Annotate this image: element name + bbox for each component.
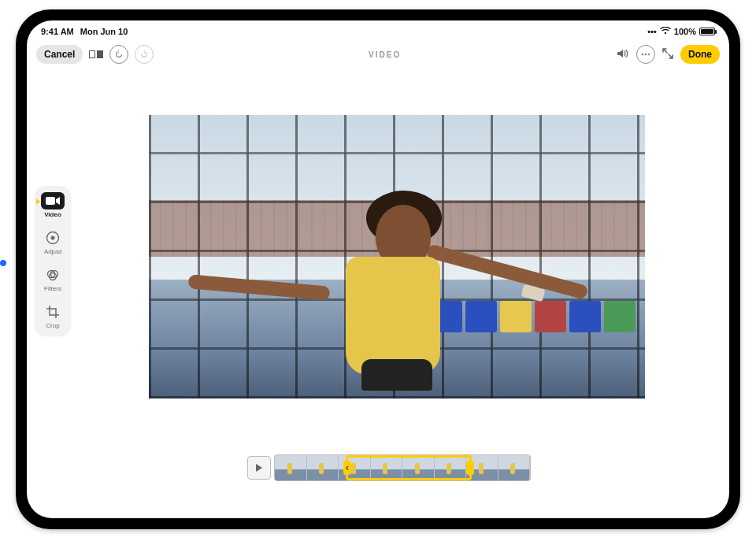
- timeline-thumb: [371, 455, 403, 480]
- redo-button[interactable]: [135, 45, 154, 64]
- video-camera-icon: [41, 192, 65, 209]
- timeline-thumb: [498, 455, 531, 480]
- sidebar-item-label: Adjust: [44, 248, 61, 255]
- timeline-thumb: [402, 455, 435, 480]
- sidebar-item-label: Video: [44, 211, 61, 218]
- timeline-thumb: [339, 455, 371, 480]
- svg-point-1: [645, 54, 647, 56]
- aspect-ratio-icon[interactable]: [89, 50, 103, 58]
- status-date: Mon Jun 10: [80, 27, 128, 36]
- sidebar-item-label: Crop: [46, 322, 59, 329]
- svg-point-2: [648, 54, 650, 56]
- timeline-thumb: [275, 455, 307, 480]
- active-indicator-icon: [36, 198, 40, 205]
- play-button[interactable]: [247, 456, 271, 480]
- sidebar-item-video[interactable]: Video: [41, 192, 65, 218]
- fullscreen-button[interactable]: [662, 47, 674, 62]
- timeline-thumb: [435, 455, 467, 480]
- status-time: 9:41 AM: [41, 27, 74, 36]
- edit-mode-sidebar: Video Adjust Filters Crop: [35, 186, 71, 336]
- video-timeline: ‹ ›: [247, 454, 531, 482]
- edge-indicator: [0, 260, 6, 266]
- svg-point-8: [50, 273, 57, 280]
- svg-point-5: [51, 236, 55, 240]
- sidebar-item-adjust[interactable]: Adjust: [41, 229, 65, 255]
- svg-point-0: [642, 54, 644, 56]
- frame-strip[interactable]: ‹ ›: [274, 454, 531, 481]
- timeline-thumb: [466, 455, 498, 480]
- mode-label: VIDEO: [154, 50, 616, 59]
- battery-pct: 100%: [674, 27, 696, 36]
- done-button[interactable]: Done: [680, 45, 720, 64]
- timeline-thumb: [307, 455, 339, 480]
- screen: 9:41 AM Mon Jun 10 ••• 100% Cancel: [27, 20, 729, 518]
- video-scene: [149, 115, 645, 399]
- video-preview[interactable]: [149, 115, 645, 399]
- filters-icon: [41, 266, 65, 284]
- cancel-button[interactable]: Cancel: [36, 45, 83, 64]
- ipad-frame: 9:41 AM Mon Jun 10 ••• 100% Cancel: [16, 9, 740, 529]
- battery-icon: [699, 28, 715, 35]
- undo-button[interactable]: [109, 45, 128, 64]
- editor-toolbar: Cancel VIDEO: [27, 41, 729, 68]
- more-button[interactable]: [636, 45, 655, 64]
- crop-icon: [41, 303, 65, 321]
- cellular-icon: •••: [647, 27, 657, 36]
- status-bar: 9:41 AM Mon Jun 10 ••• 100%: [41, 25, 715, 38]
- svg-rect-3: [46, 197, 55, 205]
- adjust-icon: [41, 229, 65, 247]
- sidebar-item-label: Filters: [44, 285, 61, 292]
- mute-button[interactable]: [616, 48, 630, 61]
- wifi-icon: [660, 27, 671, 36]
- sidebar-item-crop[interactable]: Crop: [41, 303, 65, 329]
- sidebar-item-filters[interactable]: Filters: [41, 266, 65, 292]
